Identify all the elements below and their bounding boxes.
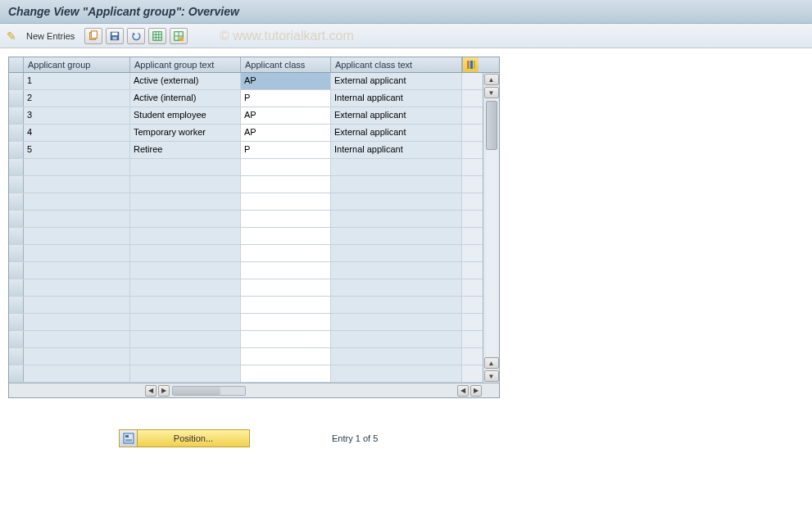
cell-class-text[interactable]: [331, 245, 462, 261]
cell-class[interactable]: [241, 176, 331, 193]
cell-group[interactable]: [24, 211, 130, 227]
cell-group-text[interactable]: Retiree: [130, 142, 241, 158]
col-header-group-text[interactable]: Applicant group text: [130, 57, 241, 72]
cell-group-text[interactable]: [130, 159, 241, 175]
cell-class-text[interactable]: [331, 279, 462, 296]
cell-group[interactable]: [24, 159, 130, 175]
row-selector[interactable]: [9, 297, 24, 313]
cell-class-text[interactable]: [331, 159, 462, 175]
cell-group[interactable]: 4: [24, 125, 130, 141]
cell-class[interactable]: [241, 314, 331, 330]
save-button[interactable]: [106, 28, 124, 44]
col-header-class[interactable]: Applicant class: [241, 57, 331, 72]
row-selector[interactable]: [9, 314, 24, 330]
cell-group[interactable]: 2: [24, 90, 130, 107]
cell-class-text[interactable]: [331, 193, 462, 210]
select-all-button[interactable]: [148, 28, 166, 44]
cell-class[interactable]: [241, 245, 331, 261]
cell-class-text[interactable]: Internal applicant: [331, 90, 462, 107]
cell-class-text[interactable]: [331, 262, 462, 279]
cell-class[interactable]: [241, 262, 331, 279]
cell-group[interactable]: [24, 262, 130, 279]
cell-class[interactable]: AP: [241, 125, 331, 141]
row-selector[interactable]: [9, 142, 24, 158]
cell-group[interactable]: [24, 279, 130, 296]
cell-group-text[interactable]: [130, 297, 241, 313]
row-selector[interactable]: [9, 228, 24, 244]
cell-class-text[interactable]: External applicant: [331, 125, 462, 141]
cell-class[interactable]: P: [241, 90, 331, 107]
cell-class[interactable]: [241, 331, 331, 347]
row-selector[interactable]: [9, 73, 24, 89]
new-entries-button[interactable]: New Entries: [20, 31, 81, 41]
deselect-all-button[interactable]: [170, 28, 188, 44]
horizontal-scrollbar[interactable]: ◀ ▶ ◀ ▶: [9, 383, 499, 397]
cell-class[interactable]: AP: [241, 73, 331, 89]
col-header-class-text[interactable]: Applicant class text: [331, 57, 462, 72]
cell-group-text[interactable]: Temporary worker: [130, 125, 241, 141]
cell-group[interactable]: 3: [24, 107, 130, 124]
cell-group-text[interactable]: [130, 211, 241, 227]
cell-group[interactable]: [24, 245, 130, 261]
cell-group[interactable]: [24, 331, 130, 347]
cell-class-text[interactable]: Internal applicant: [331, 142, 462, 158]
cell-group-text[interactable]: [130, 331, 241, 347]
row-selector[interactable]: [9, 107, 24, 124]
row-selector[interactable]: [9, 279, 24, 296]
position-button[interactable]: Position...: [119, 429, 250, 447]
cell-group[interactable]: [24, 193, 130, 210]
cell-group-text[interactable]: [130, 193, 241, 210]
cell-class[interactable]: [241, 193, 331, 210]
row-selector[interactable]: [9, 90, 24, 107]
cell-group-text[interactable]: [130, 228, 241, 244]
scroll-right-button-2[interactable]: ▶: [470, 385, 482, 397]
row-selector[interactable]: [9, 211, 24, 227]
scroll-down-button-2[interactable]: ▼: [484, 370, 499, 382]
cell-class-text[interactable]: [331, 365, 462, 382]
cell-group[interactable]: 5: [24, 142, 130, 158]
cell-class[interactable]: [241, 365, 331, 382]
scroll-up-button-2[interactable]: ▲: [484, 357, 499, 369]
scroll-right-button[interactable]: ▶: [158, 385, 170, 397]
cell-group[interactable]: [24, 297, 130, 313]
cell-group[interactable]: [24, 348, 130, 365]
col-header-group[interactable]: Applicant group: [24, 57, 130, 72]
row-selector[interactable]: [9, 176, 24, 193]
cell-class-text[interactable]: [331, 228, 462, 244]
cell-class-text[interactable]: [331, 348, 462, 365]
cell-group-text[interactable]: Active (external): [130, 73, 241, 89]
cell-group[interactable]: [24, 314, 130, 330]
row-selector[interactable]: [9, 262, 24, 279]
cell-group[interactable]: [24, 228, 130, 244]
cell-class-text[interactable]: [331, 176, 462, 193]
undo-button[interactable]: [127, 28, 145, 44]
cell-group-text[interactable]: [130, 245, 241, 261]
cell-group-text[interactable]: [130, 348, 241, 365]
cell-group-text[interactable]: Active (internal): [130, 90, 241, 107]
column-config-button[interactable]: [462, 57, 479, 72]
cell-group-text[interactable]: [130, 279, 241, 296]
cell-group[interactable]: [24, 365, 130, 382]
cell-class-text[interactable]: [331, 297, 462, 313]
cell-group-text[interactable]: [130, 314, 241, 330]
hscroll-thumb[interactable]: [173, 387, 220, 395]
cell-group[interactable]: [24, 176, 130, 193]
cell-class[interactable]: [241, 211, 331, 227]
cell-class[interactable]: P: [241, 142, 331, 158]
hscroll-track[interactable]: [172, 386, 246, 396]
copy-button[interactable]: [84, 28, 102, 44]
cell-class[interactable]: [241, 348, 331, 365]
row-selector[interactable]: [9, 365, 24, 382]
cell-class[interactable]: [241, 228, 331, 244]
cell-group-text[interactable]: [130, 176, 241, 193]
cell-class[interactable]: [241, 279, 331, 296]
scroll-up-button[interactable]: ▲: [484, 74, 499, 85]
cell-group-text[interactable]: Student employee: [130, 107, 241, 124]
scroll-left-button-2[interactable]: ◀: [457, 385, 469, 397]
cell-class-text[interactable]: External applicant: [331, 107, 462, 124]
scroll-down-button[interactable]: ▼: [484, 87, 499, 98]
row-selector[interactable]: [9, 245, 24, 261]
cell-class[interactable]: [241, 159, 331, 175]
row-selector[interactable]: [9, 348, 24, 365]
cell-group-text[interactable]: [130, 262, 241, 279]
